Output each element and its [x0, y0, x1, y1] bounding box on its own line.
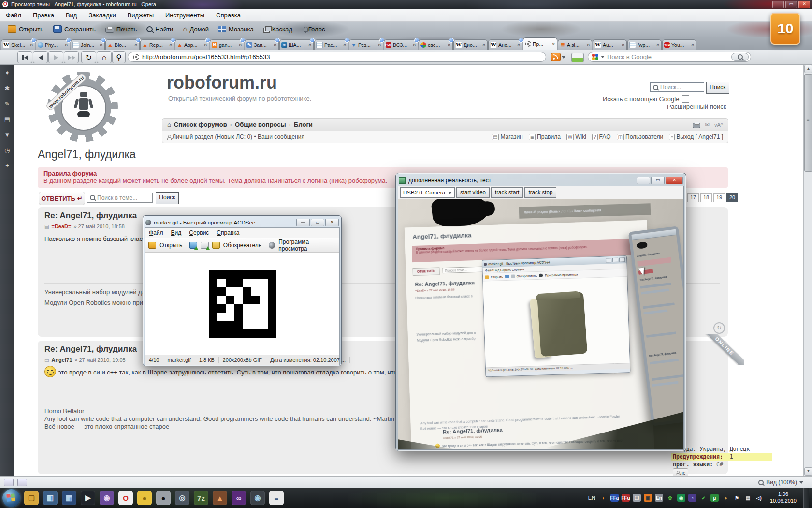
reply-button[interactable]: ОТВЕТИТЬ↵ — [39, 192, 85, 205]
tab-Rep[interactable]: ▲Rep...✕ — [140, 39, 174, 50]
email-topic-icon[interactable]: ✉ — [705, 121, 710, 128]
panel-history-icon[interactable]: ◷ — [4, 147, 10, 154]
tab-[interactable]: све...✕ — [419, 39, 453, 50]
google-search-checkbox[interactable] — [682, 95, 689, 103]
tab-[interactable]: Пр...✕ — [523, 37, 557, 50]
post-author[interactable]: =DeaD= — [51, 224, 71, 229]
breadcrumb-link[interactable]: Список форумов — [174, 121, 227, 128]
images-toggle-button[interactable] — [571, 53, 584, 62]
usernav-правила[interactable]: ≣Правила — [529, 134, 561, 140]
tab-close-icon[interactable]: ✕ — [621, 43, 625, 47]
panel-widgets-icon[interactable]: ✱ — [5, 85, 10, 92]
tab-gan[interactable]: Bgan...✕ — [210, 39, 244, 50]
wand-password-button[interactable]: ⚲ — [112, 51, 126, 63]
printer-button[interactable]: Печать — [102, 24, 141, 34]
header-search-button[interactable]: Поиск — [706, 82, 729, 94]
tab-wp[interactable]: /wp...✕ — [627, 39, 662, 50]
back-button[interactable] — [33, 51, 48, 63]
calendar-gadget[interactable]: 10 — [770, 13, 800, 45]
tab-close-icon[interactable]: ✕ — [64, 43, 68, 47]
breadcrumb-link[interactable]: Общие вопросы — [235, 121, 286, 128]
tab-close-icon[interactable]: ✕ — [412, 43, 416, 47]
tab-You[interactable]: YouYou...✕ — [662, 39, 696, 50]
font-size-icon[interactable]: vA^ — [714, 122, 723, 128]
forward-button[interactable] — [48, 51, 63, 63]
magnifier-button[interactable]: Найти — [143, 24, 177, 34]
usernav-faq[interactable]: ?FAQ — [592, 134, 611, 140]
topic-search-input[interactable]: Поиск в теме... — [87, 193, 153, 203]
tab-close-icon[interactable]: ✕ — [656, 43, 660, 47]
tray-green-circle-icon[interactable]: ◉ — [677, 494, 685, 502]
page-number-18[interactable]: 18 — [700, 193, 712, 202]
next-image-icon[interactable] — [201, 242, 208, 249]
menubar-item[interactable]: Правка — [27, 12, 60, 19]
panel-downloads-icon[interactable]: ▼ — [4, 131, 11, 138]
tab-close-icon[interactable]: ✕ — [203, 43, 207, 47]
start-video-button[interactable]: start video — [456, 187, 490, 198]
minimize-button[interactable]: — — [772, 1, 784, 8]
tab-App[interactable]: ▲App...✕ — [175, 39, 209, 50]
tray-speaker-orange-icon[interactable]: ◗ — [599, 494, 608, 502]
menubar-item[interactable]: Справка — [210, 12, 246, 19]
folder-open-button[interactable]: Открыть — [4, 24, 47, 34]
acdsee-menu-item[interactable]: Файл — [149, 229, 163, 236]
tab-close-icon[interactable]: ✕ — [169, 43, 173, 47]
tab-close-icon[interactable]: ✕ — [377, 43, 381, 47]
back-to-top-button[interactable]: ↻ — [713, 322, 725, 334]
usernav-пользователи[interactable]: ◫Пользователи — [617, 134, 664, 140]
taskbar-app-yellow-icon[interactable]: ● — [137, 491, 152, 505]
acdsee-menu-item[interactable]: Вид — [171, 229, 182, 236]
personal-section-link[interactable]: Личный раздел (Новых ЛС: 0) • Ваши сообщ… — [172, 134, 304, 140]
header-search-input[interactable]: Поиск... — [650, 82, 704, 92]
tab-close-icon[interactable]: ✕ — [482, 43, 486, 47]
tray-icq-flower-icon[interactable]: ✿ — [666, 494, 674, 502]
taskbar-archive-7z-icon[interactable]: 7z — [194, 491, 208, 505]
track-start-button[interactable]: track start — [491, 187, 523, 198]
taskbar-media-library-icon[interactable]: ▥ — [43, 491, 58, 505]
menubar-item[interactable]: Виджеты — [122, 12, 160, 19]
panel-search-icon[interactable]: ✦ — [5, 69, 10, 76]
prev-image-icon[interactable] — [189, 242, 197, 249]
close-button[interactable]: ✕ — [666, 177, 683, 184]
tab-close-icon[interactable]: ✕ — [447, 43, 451, 47]
menubar-item[interactable]: Закладки — [83, 12, 121, 19]
menubar-item[interactable]: Файл — [0, 12, 27, 19]
panel-links-icon[interactable]: ✎ — [5, 100, 10, 107]
reload-button[interactable]: ↻ — [81, 51, 96, 63]
tab-[interactable]: ▼Рез...✕ — [349, 39, 383, 50]
tray-shield-icon[interactable]: ✔ — [699, 494, 708, 502]
tray-yellow-icon[interactable]: ● — [722, 494, 730, 502]
taskbar-camera-icon[interactable]: ◉ — [250, 491, 265, 505]
scrollbar-thumb[interactable] — [804, 74, 812, 172]
site-title[interactable]: roboforum.ru — [167, 73, 277, 93]
scroll-down-icon[interactable]: ▼ — [804, 467, 812, 476]
page-number-20[interactable]: 20 — [726, 193, 738, 202]
tab-close-icon[interactable]: ✕ — [691, 43, 695, 47]
tab-Phy[interactable]: Phy...✕ — [36, 39, 70, 50]
taskbar-app-blue-icon[interactable]: ▦ — [62, 491, 76, 505]
tab-[interactable]: WАно...✕ — [488, 39, 522, 50]
minimize-button[interactable]: — — [296, 219, 310, 226]
rss-button[interactable] — [551, 53, 567, 61]
taskbar-app-purple-icon[interactable]: ◉ — [100, 491, 114, 505]
usernav-выход[interactable]: ○Выход [ Angel71 ] — [669, 134, 723, 140]
tab-close-icon[interactable]: ✕ — [273, 43, 277, 47]
usernav-wiki[interactable]: WWiki — [566, 134, 586, 140]
tab-[interactable]: PDFВСЗ...✕ — [384, 39, 418, 50]
open-button[interactable]: Открыть — [160, 242, 182, 249]
acdsee-menu-item[interactable]: Справка — [217, 229, 239, 236]
tab-close-icon[interactable]: ✕ — [343, 43, 347, 47]
tab-close-icon[interactable]: ✕ — [517, 43, 521, 47]
menubar-item[interactable]: Вид — [60, 12, 83, 19]
cascade-button[interactable]: Каскад — [260, 24, 296, 34]
tab-close-icon[interactable]: ✕ — [134, 43, 138, 47]
panel-add-icon[interactable]: + — [5, 162, 9, 169]
menubar-item[interactable]: Инструменты — [160, 12, 210, 19]
tab-Skel[interactable]: WSkel...✕ — [1, 39, 35, 50]
taskbar-notepad-icon[interactable]: ≡ — [269, 491, 284, 505]
tab-Asi[interactable]: ≣A si...✕ — [558, 39, 592, 50]
start-button[interactable] — [2, 489, 20, 507]
page-number-17[interactable]: 17 — [687, 193, 699, 202]
tab-Join[interactable]: Join...✕ — [71, 39, 105, 50]
tray-windows-stack-icon[interactable]: ❐ — [633, 494, 641, 502]
